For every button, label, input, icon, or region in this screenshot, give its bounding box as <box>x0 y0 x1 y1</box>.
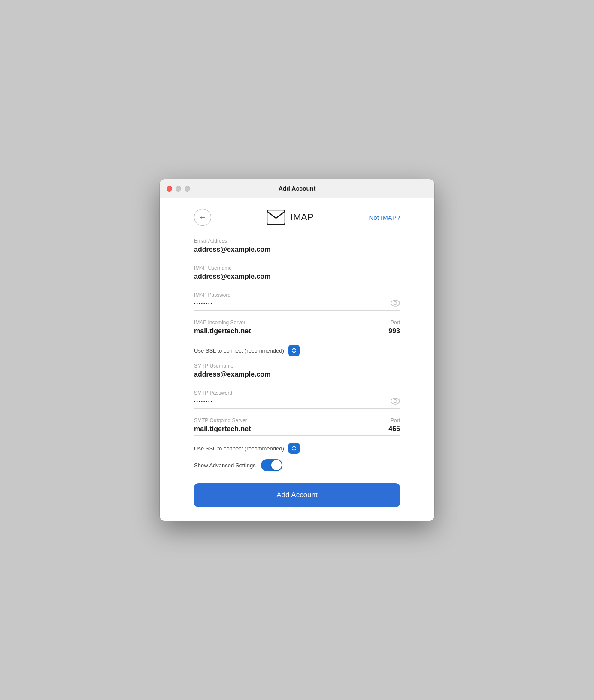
ssl-smtp-row: Use SSL to connect (recommended) <box>194 443 400 454</box>
divider <box>194 408 400 409</box>
smtp-password-label: SMTP Password <box>194 390 400 396</box>
titlebar: Add Account <box>160 179 434 198</box>
svg-point-4 <box>394 400 397 403</box>
divider <box>194 310 400 311</box>
email-address-value[interactable]: address@example.com <box>194 246 400 256</box>
ssl-imap-dropdown[interactable] <box>288 345 300 356</box>
smtp-username-label: SMTP Username <box>194 363 400 369</box>
advanced-settings-toggle[interactable] <box>261 459 282 471</box>
main-content: ← IMAP Not IMAP? Email Address address@e… <box>160 198 434 521</box>
svg-rect-0 <box>267 210 285 225</box>
back-icon: ← <box>199 213 206 222</box>
smtp-password-value[interactable]: •••••••• <box>194 399 213 407</box>
email-address-group: Email Address address@example.com <box>194 238 400 258</box>
imap-port-block: Port 993 <box>374 313 400 338</box>
svg-point-2 <box>394 302 397 305</box>
window: Add Account ← IMAP Not IMAP? Email Addre… <box>160 179 434 521</box>
smtp-username-group: SMTP Username address@example.com <box>194 363 400 383</box>
imap-username-value[interactable]: address@example.com <box>194 273 400 283</box>
svg-point-3 <box>391 398 400 404</box>
imap-password-value[interactable]: •••••••• <box>194 301 213 309</box>
ssl-smtp-label: Use SSL to connect (recommended) <box>194 445 284 452</box>
ssl-smtp-dropdown[interactable] <box>288 443 300 454</box>
smtp-port-value[interactable]: 465 <box>374 425 400 435</box>
smtp-server-label: SMTP Outgoing Server <box>194 417 374 423</box>
close-button[interactable] <box>167 186 172 192</box>
protocol-label: IMAP <box>291 212 314 223</box>
divider <box>194 381 400 381</box>
smtp-username-value[interactable]: address@example.com <box>194 371 400 381</box>
advanced-settings-label: Show Advanced Settings <box>194 462 256 469</box>
imap-port-label: Port <box>374 320 400 326</box>
ssl-imap-label: Use SSL to connect (recommended) <box>194 347 284 354</box>
imap-username-group: IMAP Username address@example.com <box>194 265 400 285</box>
divider <box>194 256 400 256</box>
imap-server-value[interactable]: mail.tigertech.net <box>194 327 374 338</box>
imap-password-eye-icon[interactable] <box>391 300 400 310</box>
smtp-port-block: Port 465 <box>374 411 400 435</box>
smtp-password-eye-icon[interactable] <box>391 398 400 408</box>
smtp-password-row: •••••••• <box>194 398 400 408</box>
svg-point-1 <box>391 300 400 306</box>
chevron-updown-icon <box>291 445 297 452</box>
divider <box>194 338 400 338</box>
header-center: IMAP <box>267 210 314 225</box>
email-address-label: Email Address <box>194 238 400 244</box>
window-title: Add Account <box>279 185 316 192</box>
imap-password-label: IMAP Password <box>194 292 400 298</box>
smtp-server-row: SMTP Outgoing Server mail.tigertech.net … <box>194 411 400 435</box>
add-account-button[interactable]: Add Account <box>194 483 400 507</box>
advanced-settings-row: Show Advanced Settings <box>194 459 400 471</box>
chevron-updown-icon <box>291 347 297 354</box>
imap-server-row: IMAP Incoming Server mail.tigertech.net … <box>194 313 400 338</box>
smtp-port-label: Port <box>374 417 400 423</box>
form-section: Email Address address@example.com IMAP U… <box>194 238 400 471</box>
password-row: •••••••• <box>194 300 400 310</box>
imap-password-group: IMAP Password •••••••• <box>194 292 400 313</box>
maximize-button[interactable] <box>185 186 190 192</box>
traffic-lights <box>167 186 190 192</box>
mail-icon <box>267 210 285 225</box>
back-button[interactable]: ← <box>194 209 211 226</box>
smtp-server-group: SMTP Outgoing Server mail.tigertech.net … <box>194 411 400 438</box>
minimize-button[interactable] <box>176 186 181 192</box>
imap-username-label: IMAP Username <box>194 265 400 271</box>
smtp-server-label-block: SMTP Outgoing Server mail.tigertech.net <box>194 411 374 435</box>
toggle-knob <box>271 460 282 470</box>
smtp-password-group: SMTP Password •••••••• <box>194 390 400 411</box>
smtp-server-value[interactable]: mail.tigertech.net <box>194 425 374 435</box>
not-imap-link[interactable]: Not IMAP? <box>369 214 400 221</box>
header-row: ← IMAP Not IMAP? <box>194 209 400 226</box>
imap-server-label: IMAP Incoming Server <box>194 320 374 326</box>
imap-server-group: IMAP Incoming Server mail.tigertech.net … <box>194 313 400 340</box>
ssl-imap-row: Use SSL to connect (recommended) <box>194 345 400 356</box>
divider <box>194 283 400 283</box>
divider <box>194 435 400 436</box>
imap-port-value[interactable]: 993 <box>374 327 400 338</box>
imap-server-label-block: IMAP Incoming Server mail.tigertech.net <box>194 313 374 338</box>
